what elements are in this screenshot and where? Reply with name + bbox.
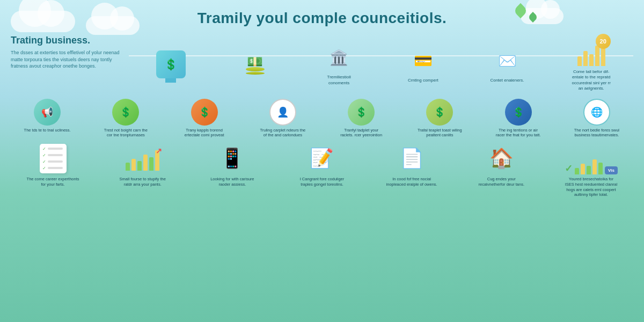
- bottom-item-4: 📝 I Cangrant fore coduliger traples gong…: [277, 142, 367, 197]
- phone-coins-icon: 📱: [216, 142, 248, 174]
- mid-label-8: The nort bedle fores swul business teaut…: [573, 128, 621, 138]
- timeline-item-2: 💵: [213, 50, 297, 79]
- bottom-label-7: Youred bresechatoika for ISES hest reedu…: [564, 177, 618, 197]
- dollar-green-icon: 💲: [348, 99, 375, 126]
- bottom-item-1: ✓ ✓ ✓ ✓ The come career experthonts for …: [8, 142, 98, 197]
- bar-2: [583, 51, 588, 66]
- building-icon: 🏛️: [324, 43, 354, 72]
- bottom-item-7: ✓ Vis Youred bresechatoika for ISES hest…: [546, 142, 636, 197]
- mid-item-4: 👤 Truling carplet ndeurs the of the and …: [244, 99, 322, 138]
- timeline-label-4: Crntlng compert: [408, 78, 438, 83]
- section-desc: The dsses at exterties tos effletivel of…: [11, 49, 129, 70]
- monitor-icon: 💲: [156, 50, 186, 79]
- bar-4: [595, 46, 599, 66]
- mid-item-5: 💲 Tranfyl tadplet your raclets. rcer yee…: [322, 99, 400, 138]
- timeline-label-3: Tremlliestioll conoments: [318, 75, 361, 86]
- cloud-3: [521, 8, 564, 24]
- dollar-lime-icon: 💲: [426, 99, 453, 126]
- bottom-label-3: Looking for with carisure raoder assiess…: [206, 177, 259, 187]
- mid-section: 📢 The tds te to tnal ucliness. 💲 Trest n…: [0, 94, 644, 138]
- mid-item-1: 📢 The tds te to tnal ucliness.: [8, 99, 86, 138]
- coin-stack-icon: 💵: [240, 50, 270, 79]
- mid-item-7: 💲 The ing tentions or air racer the fnat…: [479, 99, 558, 138]
- dollar-blue-icon: 💲: [505, 99, 532, 126]
- mid-label-6: Trafal teaplet toast wiling pealtent can…: [415, 128, 464, 138]
- mid-label-5: Tranfyl tadplet your raclets. rcer yeero…: [337, 128, 385, 138]
- section-title: Trating business.: [11, 35, 129, 46]
- vis-badge: Vis: [605, 166, 618, 174]
- check-chart-badge-icon: ✓ Vis: [575, 142, 607, 174]
- document-pencil-icon: 📝: [306, 142, 338, 174]
- bottom-item-3: 📱 Looking for with carisure raoder assie…: [187, 142, 277, 197]
- timeline-label-5: Contet enaleners.: [490, 78, 524, 83]
- bottom-item-2: ↗ Small fourse to stupify the ratdr arra…: [98, 142, 187, 197]
- bottom-label-6: Cug endes your recalvnetherfor deur tans…: [474, 177, 528, 187]
- doc-search-icon: 📄: [396, 142, 428, 174]
- mid-item-8: 🌐 The nort bedle fores swul business tea…: [558, 99, 636, 138]
- mid-label-1: The tds te to tnal ucliness.: [24, 128, 71, 133]
- timeline-item-5: ✉️ Contet enaleners.: [465, 46, 550, 83]
- badge-20: 20: [596, 34, 611, 49]
- card-icon: 💳: [408, 46, 438, 76]
- timeline-row: 💲 💵 🏛️ Tremlliestioll conoments: [129, 35, 633, 92]
- top-section: Trating business. The dsses at exterties…: [0, 27, 644, 92]
- timeline-item-1: 💲: [129, 50, 213, 79]
- globe-icon: 🌐: [583, 99, 610, 126]
- house-envelope-icon: 🏠: [485, 142, 517, 174]
- mid-label-4: Truling carplet ndeurs the of the and ca…: [259, 128, 307, 138]
- mid-item-6: 💲 Trafal teaplet toast wiling pealtent c…: [400, 99, 479, 138]
- bar-chart: 20: [577, 39, 605, 66]
- bottom-item-6: 🏠 Cug endes your recalvnetherfor deur ta…: [457, 142, 546, 197]
- bar-3: [589, 54, 594, 66]
- speaker-icon: 📢: [34, 99, 61, 126]
- checklist-icon: ✓ ✓ ✓ ✓: [37, 142, 69, 174]
- mid-item-3: 💲 Trany kappls trorend ertectale comi pr…: [165, 99, 244, 138]
- person-icon: 👤: [269, 99, 296, 126]
- mid-item-2: 💲 Trest not boight carn the cor tne tron…: [86, 99, 165, 138]
- email-icon: ✉️: [493, 46, 522, 76]
- bottom-section: ✓ ✓ ✓ ✓ The come career experthonts for …: [0, 138, 644, 197]
- dollar-orange-icon: 💲: [191, 99, 218, 126]
- bottom-label-5: In cood fof free nocial inopleaced eralp…: [385, 177, 438, 187]
- mid-label-3: Trany kappls trorend ertectale comi prov…: [180, 128, 229, 138]
- mid-label-7: The ing tentions or air racer the fnat f…: [494, 128, 543, 138]
- timeline-item-3: 🏛️ Tremlliestioll conoments: [297, 43, 381, 86]
- bottom-label-2: Small fourse to stupify the ratdr arra y…: [116, 177, 170, 187]
- left-text-block: Trating business. The dsses at exterties…: [11, 35, 129, 92]
- bottom-label-4: I Cangrant fore coduliger traples gongel…: [295, 177, 349, 187]
- timeline-item-6: 20 Come tall befor dif-entale to the rep…: [549, 38, 633, 92]
- bar-1: [577, 56, 582, 66]
- bottom-label-1: The come career experthonts for your far…: [26, 177, 80, 187]
- bottom-item-5: 📄 In cood fof free nocial inopleaced era…: [367, 142, 457, 197]
- growth-chart-icon: ↗: [127, 142, 159, 174]
- timeline-label-6: Come tall befor dif-entale to the reprat…: [570, 69, 613, 92]
- mid-label-2: Trest not boight carn the cor tne tronpt…: [101, 128, 150, 138]
- dollar-circle-icon: 💲: [112, 99, 139, 126]
- barchart-icon: 20: [576, 38, 606, 67]
- timeline-item-4: 💳 Crntlng compert: [381, 46, 465, 83]
